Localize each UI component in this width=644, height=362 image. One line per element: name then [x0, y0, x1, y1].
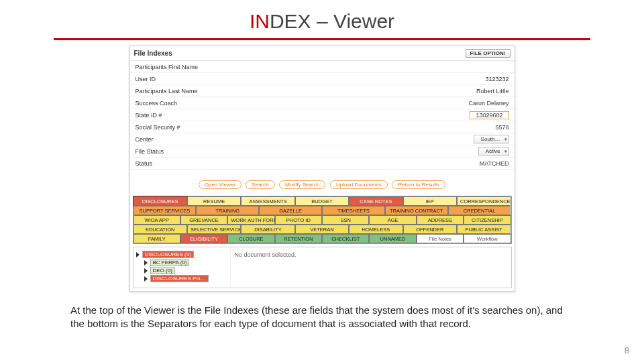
- tab-correspondence[interactable]: CORRESPONDENCE: [457, 196, 511, 206]
- document-tree: DISCLOSURES (3) BC FERPA (0) DEO (0) DIS…: [133, 247, 512, 288]
- tab-support-services[interactable]: SUPPORT SERVICES: [133, 206, 197, 215]
- tab-workflow[interactable]: Workflow: [464, 234, 511, 243]
- search-button[interactable]: Search: [246, 180, 274, 189]
- tab-training-contract[interactable]: TRAINING CONTRACT: [385, 206, 448, 215]
- tab-case-notes[interactable]: CASE NOTES: [349, 196, 402, 206]
- triangle-icon: [144, 276, 148, 282]
- tab-file-notes[interactable]: File Notes: [417, 234, 464, 243]
- tab-selective-service[interactable]: SELECTIVE SERVICE: [187, 225, 241, 234]
- tree-node-deo[interactable]: DEO (0): [136, 267, 227, 274]
- tab-offender[interactable]: OFFENDER: [403, 225, 457, 234]
- tab-checklist[interactable]: CHECKLIST: [322, 234, 369, 243]
- tab-address[interactable]: ADDRESS: [417, 215, 464, 225]
- triangle-icon: [144, 268, 148, 274]
- tree-node-disclosures[interactable]: DISCLOSURES (3): [136, 251, 227, 258]
- document-preview: No document selected.: [231, 247, 511, 288]
- tab-timesheets[interactable]: TIMESHEETS: [322, 206, 385, 215]
- title-divider: [54, 38, 590, 40]
- tab-wioa-app[interactable]: WIOA APP: [133, 215, 180, 225]
- page-title: INDEX – Viewer: [34, 10, 610, 33]
- tab-disclosures[interactable]: DISCLOSURES: [133, 196, 187, 206]
- return-results-button[interactable]: Return to Results: [392, 180, 445, 189]
- tree-node-disclosures-pg[interactable]: DISCLOSURES PG…: [136, 275, 227, 282]
- tab-gazelle[interactable]: GAZELLE: [259, 206, 322, 215]
- field-first-name: Participants First Name: [130, 61, 515, 73]
- open-viewer-button[interactable]: Open Viewer: [199, 180, 241, 189]
- tab-eligibility[interactable]: ELIGIBILITY: [180, 234, 227, 243]
- field-file-status: File Status Active▾: [130, 145, 515, 158]
- upload-docs-button[interactable]: Upload Documents: [330, 180, 388, 189]
- slide-caption: At the top of the Viewer is the File Ind…: [70, 304, 574, 331]
- tab-credential[interactable]: CREDENTIAL: [448, 206, 511, 215]
- file-option-button[interactable]: FILE OPTION!: [466, 49, 511, 58]
- triangle-icon: [144, 260, 148, 265]
- tab-ssn[interactable]: SSN: [322, 215, 369, 225]
- tab-family[interactable]: FAMILY: [133, 234, 180, 243]
- panel-header: File Indexes FILE OPTION!: [130, 46, 515, 61]
- empty-state-text: No document selected.: [235, 251, 297, 258]
- center-select[interactable]: South…▾: [474, 135, 509, 143]
- tab-closure[interactable]: CLOSURE: [227, 234, 274, 243]
- tab-assessments[interactable]: ASSESSMENTS: [241, 196, 294, 206]
- index-fields: Participants First Name User ID 3123232 …: [130, 61, 515, 174]
- tab-age[interactable]: AGE: [369, 215, 416, 225]
- tab-citizenship[interactable]: CITIZENSHIP: [464, 215, 511, 225]
- chevron-down-icon: ▾: [504, 137, 507, 142]
- tab-grievance[interactable]: GRIEVANCE: [180, 215, 227, 225]
- tab-budget[interactable]: BUDGET: [295, 196, 349, 206]
- tab-work-auth[interactable]: WORK AUTH FORM: [227, 215, 274, 225]
- modify-search-button[interactable]: Modify Search: [279, 180, 325, 189]
- chevron-down-icon: ▾: [504, 149, 507, 154]
- tab-training[interactable]: TRAINING: [196, 206, 259, 215]
- tab-education[interactable]: EDUCATION: [133, 225, 187, 234]
- tab-veteran[interactable]: VETERAN: [295, 225, 349, 234]
- state-id-input[interactable]: 13029602: [470, 111, 508, 119]
- separator-tabs: DISCLOSURES RESUME ASSESSMENTS BUDGET CA…: [133, 196, 512, 244]
- tab-public-assist[interactable]: PUBLIC ASSIST: [457, 225, 511, 234]
- field-center: Center South…▾: [130, 133, 515, 145]
- file-status-select[interactable]: Active▾: [478, 147, 509, 156]
- file-indexes-panel: File Indexes FILE OPTION! Participants F…: [130, 46, 515, 174]
- page-number: 8: [625, 345, 629, 355]
- tree-node-ferpa[interactable]: BC FERPA (0): [136, 259, 227, 266]
- tab-resume[interactable]: RESUME: [187, 196, 241, 206]
- field-success-coach: Success Coach Caron Delaney: [130, 97, 515, 109]
- tab-unnamed[interactable]: UNNAMED: [369, 234, 416, 243]
- field-status: Status MATCHED: [130, 158, 515, 170]
- tree-nav: DISCLOSURES (3) BC FERPA (0) DEO (0) DIS…: [133, 247, 231, 288]
- tab-iep[interactable]: IEP: [403, 196, 457, 206]
- field-last-name: Participants Last Name Robert Little: [130, 85, 515, 97]
- field-user-id: User ID 3123232: [130, 73, 515, 85]
- action-buttons: Open Viewer Search Modify Search Upload …: [130, 174, 515, 194]
- tab-retention[interactable]: RETENTION: [275, 234, 322, 243]
- field-state-id: State ID # 13029602: [130, 109, 515, 121]
- triangle-icon: [136, 252, 140, 257]
- tab-photo-id[interactable]: PHOTO ID: [275, 215, 322, 225]
- tab-homeless[interactable]: HOMELESS: [349, 225, 402, 234]
- viewer-screenshot: File Indexes FILE OPTION! Participants F…: [129, 46, 515, 292]
- tab-disability[interactable]: DISABILITY: [241, 225, 294, 234]
- panel-title: File Indexes: [134, 50, 172, 57]
- field-ssn: Social Security # 5578: [130, 121, 515, 133]
